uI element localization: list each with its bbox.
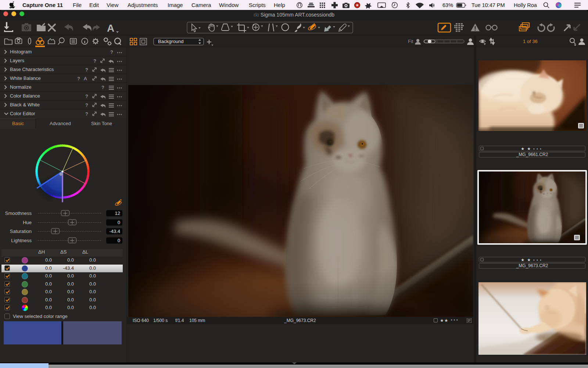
svg-text:?: ? [85, 67, 88, 72]
svg-text:?: ? [85, 111, 88, 117]
svg-text:Tue 10:47 PM: Tue 10:47 PM [472, 2, 505, 8]
svg-text:Background: Background [158, 39, 183, 44]
svg-text:?: ? [85, 93, 88, 99]
svg-text:?: ? [93, 58, 96, 64]
svg-text:A: A [107, 22, 114, 34]
svg-text:A: A [84, 76, 87, 81]
svg-text:63%: 63% [442, 2, 453, 8]
svg-text:?: ? [85, 102, 88, 108]
svg-text:?: ? [110, 49, 113, 55]
svg-text:?: ? [77, 76, 80, 81]
svg-text:?: ? [101, 85, 104, 90]
svg-text:1 of 36: 1 of 36 [523, 39, 538, 44]
svg-text:Holly Roa: Holly Roa [514, 2, 537, 8]
svg-text:Fit: Fit [408, 39, 413, 44]
